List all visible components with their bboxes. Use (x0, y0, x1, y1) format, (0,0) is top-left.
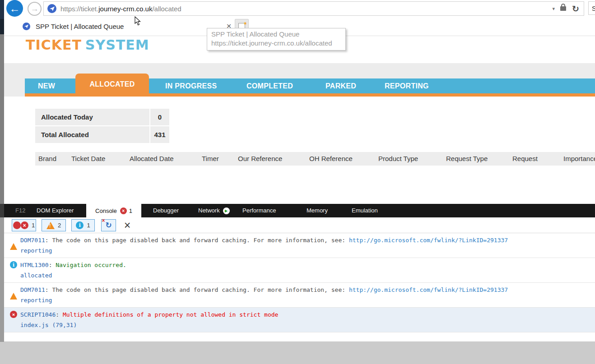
error-icon (13, 221, 21, 229)
url-domain: journey-crm.co.uk (98, 5, 152, 13)
mouse-cursor (135, 16, 141, 26)
console-message-code: DOM7011 (20, 286, 45, 293)
background-window-edge-segment (0, 19, 4, 34)
console-source-line: index.js (79,31) (4, 320, 595, 330)
console-message-link[interactable]: http://go.microsoft.com/fwlink/?LinkID=2… (349, 286, 508, 293)
console-source-line: reporting (4, 295, 595, 305)
clear-on-navigate-icon: ↻× (105, 221, 112, 230)
clear-on-navigate-button[interactable]: ↻× (101, 219, 116, 231)
warning-icon: ! (10, 286, 17, 293)
tooltip-title: SPP Ticket | Allocated Queue (211, 30, 341, 39)
devtools-tab-memory[interactable]: Memory (307, 204, 328, 217)
new-tab-star-icon: * (244, 20, 246, 28)
search-box[interactable]: Se (588, 1, 595, 15)
devtools-tab-debugger[interactable]: Debugger (153, 204, 179, 217)
console-message-link[interactable]: http://go.microsoft.com/fwlink/?LinkID=2… (349, 237, 508, 244)
stat-row: Total Allocated 431 (35, 126, 169, 143)
console-source-link[interactable]: index.js (79,31) (20, 322, 77, 328)
separator: : (49, 262, 56, 268)
warning-count: 2 (58, 222, 61, 229)
console-message-code: SCRIPT1046 (20, 311, 56, 318)
background-window-edge-segment (0, 34, 4, 204)
back-button[interactable]: ← (6, 0, 23, 17)
column-header-request: Request (512, 152, 563, 166)
warning-mark: ! (49, 223, 51, 228)
site-favicon-icon (47, 4, 56, 13)
console-message-text: Multiple definitions of a property not a… (63, 311, 278, 318)
console-message-warning: ! DOM7011: The code on this page disable… (4, 233, 595, 258)
console-source-link[interactable]: allocated (20, 272, 52, 279)
url-controls: ▾ ↻ (549, 4, 581, 14)
nav-underline (25, 93, 595, 97)
stat-value: 431 (150, 126, 169, 143)
site-logo: TICKETSYSTEM (26, 37, 149, 53)
tab-title: SPP Ticket | Allocated Queue (36, 23, 124, 30)
background-window-edge (0, 0, 4, 364)
warning-filter-button[interactable]: ! 2 (42, 219, 66, 231)
console-message-line: SCRIPT1046: Multiple definitions of a pr… (4, 309, 595, 320)
warning-icon: ! (10, 236, 17, 243)
nav-tab-reporting[interactable]: REPORTING (385, 78, 429, 93)
info-icon: i (10, 261, 17, 268)
forward-button[interactable]: → (28, 2, 42, 16)
devtools-tab-emulation[interactable]: Emulation (352, 204, 378, 217)
separator: : (45, 237, 52, 244)
console-message-text: The code on this page disabled back and … (52, 237, 349, 244)
error-filter-button[interactable]: × 1 (12, 219, 36, 231)
console-source-line: reporting (4, 245, 595, 256)
browser-tab[interactable]: SPP Ticket | Allocated Queue (4, 17, 225, 36)
warning-icon: ! (46, 222, 55, 229)
console-source-line: allocated (4, 270, 595, 281)
chevron-down-icon: ▾ (553, 6, 555, 11)
devtools-f12-label: F12 (15, 204, 25, 217)
nav-tab-parked[interactable]: PARKED (325, 78, 356, 93)
refresh-icon: ↻ (572, 4, 579, 14)
circular-arrow-icon: ↻ (105, 221, 112, 230)
nav-tab-allocated[interactable]: ALLOCATED (75, 74, 149, 93)
stats-table: Allocated Today 0 Total Allocated 431 (35, 109, 169, 144)
tab-tooltip: SPP Ticket | Allocated Queue https://tic… (207, 28, 346, 51)
separator: : (45, 286, 52, 293)
console-message-text: The code on this page disabled back and … (52, 286, 349, 293)
devtools-tab-console[interactable]: Console × 1 (86, 204, 141, 217)
column-header-importance: Importance (563, 152, 595, 166)
devtools-tab-network[interactable]: Network▶ (198, 204, 230, 217)
url-bar[interactable]: https://ticket.journey-crm.co.uk/allocat… (43, 1, 584, 16)
console-message-text: Navigation occurred. (56, 262, 126, 268)
network-play-icon[interactable]: ▶ (223, 207, 230, 214)
refresh-button[interactable]: ↻ (570, 4, 581, 14)
console-source-link[interactable]: reporting (20, 247, 52, 254)
info-filter-button[interactable]: i 1 (71, 219, 95, 231)
clear-console-button[interactable]: × (121, 219, 134, 231)
background-window-edge-segment (0, 217, 4, 342)
console-output: ! DOM7011: The code on this page disable… (4, 233, 595, 332)
network-tab-label: Network (198, 207, 220, 214)
url-dropdown-button[interactable]: ▾ (549, 6, 559, 12)
console-tab-label: Console (95, 207, 117, 214)
url-text: https://ticket.journey-crm.co.uk/allocat… (60, 5, 549, 13)
url-scheme: https://ticket. (60, 5, 98, 13)
warning-mark: ! (13, 287, 15, 292)
search-text: Se (592, 5, 595, 12)
info-icon: i (76, 221, 84, 229)
console-message-line: DOM7011: The code on this page disabled … (4, 235, 595, 245)
forward-icon: → (31, 4, 39, 14)
devtools-tab-performance[interactable]: Performance (242, 204, 276, 217)
error-badge-icon: × (120, 207, 127, 214)
nav-tab-in-progress[interactable]: IN PROGRESS (165, 78, 217, 93)
url-path: /allocated (152, 5, 181, 13)
stat-value: 0 (150, 109, 169, 125)
column-header-ticket-date: Ticket Date (71, 152, 130, 166)
console-message-error: × SCRIPT1046: Multiple definitions of a … (4, 308, 595, 332)
stat-label: Total Allocated (35, 126, 149, 143)
console-source-link[interactable]: reporting (20, 297, 52, 304)
logo-part-ticket: TICKET (26, 37, 82, 53)
error-count: 1 (32, 222, 35, 229)
nav-tab-new[interactable]: NEW (38, 78, 55, 93)
separator: : (56, 311, 63, 318)
desktop-background-strip (0, 341, 595, 364)
error-icon: × (10, 311, 17, 318)
lock-icon (560, 6, 566, 11)
nav-tab-completed[interactable]: COMPLETED (246, 78, 293, 93)
devtools-tab-dom-explorer[interactable]: DOM Explorer (37, 204, 74, 217)
